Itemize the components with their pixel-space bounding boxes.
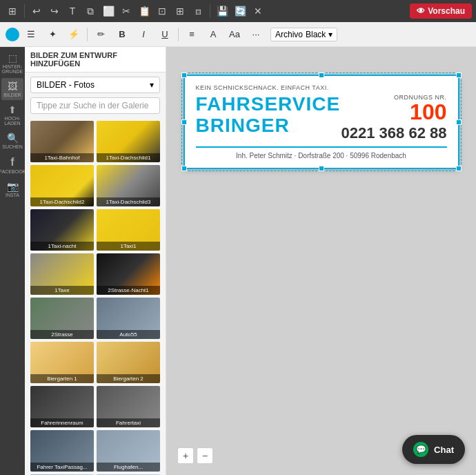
image-thumbnail[interactable]: Fahrerinnenraum (30, 386, 94, 427)
search-placeholder[interactable]: Tippe zur Suche in der Galerie (30, 97, 160, 114)
align-justify-btn[interactable]: ☰ (21, 26, 41, 43)
bold-btn[interactable]: B (112, 26, 132, 43)
image-thumbnail[interactable]: Fahrer TaxiPassag... (30, 430, 94, 472)
save-icon[interactable]: 💾 (214, 3, 230, 19)
handle-br[interactable] (456, 166, 462, 171)
company-line1: FAHRSERVICE (196, 94, 341, 115)
grid-icon[interactable]: ⊞ (4, 3, 21, 19)
chat-button[interactable]: 💬 Chat (402, 435, 465, 464)
image-thumbnail[interactable]: 1Taxi-Bahnhof (30, 121, 94, 162)
group-icon[interactable]: ⊡ (154, 3, 170, 19)
fmt-sep1 (87, 28, 88, 41)
image-thumbnail[interactable]: 1Taxi1 (97, 209, 160, 251)
image-thumbnail[interactable]: 2Strasse-Nacht1 (97, 253, 160, 295)
refresh-icon[interactable]: 🔄 (232, 3, 248, 19)
sidebar-label-suchen: SUCHEN (2, 144, 23, 149)
card-tagline: KEIN SCHNICKSCHNACK. EINFACH TAXI. (196, 84, 447, 91)
image-grid: 1Taxi-Bahnhof1Taxi-Dachschild11Taxi-Dach… (25, 118, 166, 475)
separator (24, 4, 25, 18)
image-thumbnail[interactable]: 1Taxe (30, 253, 94, 295)
image-thumbnail[interactable]: Flughafen... (97, 430, 160, 472)
undo-icon[interactable]: ↩ (28, 3, 45, 19)
sidebar-item-facebook[interactable]: f FACEBOOK (1, 153, 23, 177)
align-left-btn[interactable]: ≡ (182, 26, 201, 43)
image-thumbnail[interactable]: 2Strasse (30, 298, 94, 339)
cut-icon[interactable]: ✂ (118, 3, 135, 19)
company-line2: BRINGER (196, 115, 341, 137)
facebook-icon: f (10, 156, 14, 168)
phone-number: 0221 368 62 88 (341, 124, 447, 142)
image-thumbnail[interactable]: 1Taxi-nacht (30, 209, 94, 251)
text-icon[interactable]: T (64, 3, 81, 19)
font-weight: Black (306, 30, 326, 39)
copy2-icon[interactable]: ⬜ (100, 3, 117, 19)
paste-icon[interactable]: 📋 (136, 3, 152, 19)
eye-icon: 👁 (417, 6, 425, 16)
preview-button[interactable]: 👁 Vorschau (410, 3, 472, 19)
handle-mr[interactable] (456, 119, 462, 125)
panel-dropdown[interactable]: BILDER - Fotos ▾ (30, 77, 160, 93)
shopify-chat-icon: 💬 (413, 442, 428, 457)
image-thumbnail[interactable]: Biergarten 2 (97, 342, 160, 383)
sidebar-item-hintergrund[interactable]: ⬚ HINTER-GRUNDE (1, 50, 23, 77)
search-icon: 🔍 (7, 133, 19, 144)
separator2 (210, 4, 210, 18)
zoom-out-button[interactable]: − (197, 447, 213, 464)
upload-icon: ⬆ (8, 104, 17, 115)
card-footer: Inh. Peter Schmitz · Dorfstraße 200 · 50… (196, 152, 447, 159)
font-case-btn[interactable]: Aa (225, 26, 244, 43)
sidebar: ⬚ HINTER-GRUNDE 🖼 BILDER ⬆ HOCH-LADEN 🔍 … (0, 47, 25, 475)
redo-icon[interactable]: ↪ (46, 3, 63, 19)
image-thumbnail[interactable]: Fahrertaxi (97, 386, 160, 427)
ungroup-icon[interactable]: ⊞ (172, 3, 188, 19)
canvas-area[interactable]: KEIN SCHNICKSCHNACK. EINFACH TAXI. FAHRS… (166, 47, 476, 475)
effects-btn[interactable]: ✦ (43, 26, 62, 43)
image-thumbnail[interactable]: 1Taxi-Dachschild1 (97, 121, 160, 162)
pencil-btn[interactable]: ✏ (91, 26, 110, 43)
font-name: Archivo (275, 30, 303, 39)
font-size-btn[interactable]: A (204, 26, 223, 43)
color-swatch[interactable] (6, 28, 19, 41)
image-panel: BILDER ZUM ENTWURF HINZUFÜGEN BILDER - F… (25, 47, 166, 475)
image-thumbnail[interactable]: Biergarten 1 (30, 342, 94, 383)
handle-tc[interactable] (319, 72, 324, 78)
layers-icon[interactable]: ⧉ (82, 3, 99, 19)
instagram-icon: 📷 (7, 181, 19, 192)
card-left: FAHRSERVICE BRINGER (196, 94, 341, 137)
format-toolbar: ☰ ✦ ⚡ ✏ B I U ≡ A Aa ··· Archivo Black ▾ (0, 22, 476, 47)
handle-bl[interactable] (181, 166, 187, 171)
top-toolbar: ⊞ ↩ ↪ T ⧉ ⬜ ✂ 📋 ⊡ ⊞ ⧈ 💾 🔄 ✕ 👁 Vorschau (0, 0, 476, 22)
card-divider (196, 146, 447, 148)
handle-tl[interactable] (181, 72, 187, 78)
handle-bc[interactable] (319, 166, 324, 171)
sidebar-label-insta: INSTA (6, 193, 19, 197)
image-thumbnail[interactable]: 1Taxi-Dachschild2 (30, 165, 94, 206)
sidebar-item-bilder[interactable]: 🖼 BILDER (1, 78, 23, 100)
sidebar-label-hochladen: HOCH-LADEN (4, 116, 20, 126)
hintergrund-icon: ⬚ (8, 52, 17, 64)
fmt-sep2 (178, 28, 179, 41)
card-right: ORDNUNGS NR. 100 0221 368 62 88 (341, 94, 447, 142)
zoom-controls: + − (177, 447, 213, 464)
stack-icon[interactable]: ⧈ (190, 3, 206, 19)
italic-btn[interactable]: I (134, 26, 153, 43)
bilder-icon: 🖼 (8, 81, 17, 92)
close-icon[interactable]: ✕ (250, 3, 266, 19)
font-selector[interactable]: Archivo Black ▾ (270, 28, 337, 41)
handle-tr[interactable] (456, 72, 462, 78)
sidebar-item-hochladen[interactable]: ⬆ HOCH-LADEN (1, 101, 23, 128)
sidebar-label-facebook: FACEBOOK (0, 169, 26, 174)
image-thumbnail[interactable]: Auto55 (97, 298, 160, 339)
design-card[interactable]: KEIN SCHNICKSCHNACK. EINFACH TAXI. FAHRS… (184, 75, 459, 169)
lightning-btn[interactable]: ⚡ (64, 26, 83, 43)
preview-label: Vorschau (428, 6, 465, 16)
sidebar-item-suchen[interactable]: 🔍 SUCHEN (1, 130, 23, 152)
underline-btn[interactable]: U (155, 26, 175, 43)
chat-label: Chat (434, 445, 454, 455)
sidebar-item-insta[interactable]: 📷 INSTA (1, 178, 23, 200)
zoom-in-button[interactable]: + (177, 447, 194, 464)
handle-ml[interactable] (181, 119, 187, 125)
image-thumbnail[interactable]: 1Taxi-Dachschild3 (97, 165, 160, 206)
more-btn[interactable]: ··· (246, 26, 266, 43)
ordnung-number: 100 (341, 101, 447, 123)
